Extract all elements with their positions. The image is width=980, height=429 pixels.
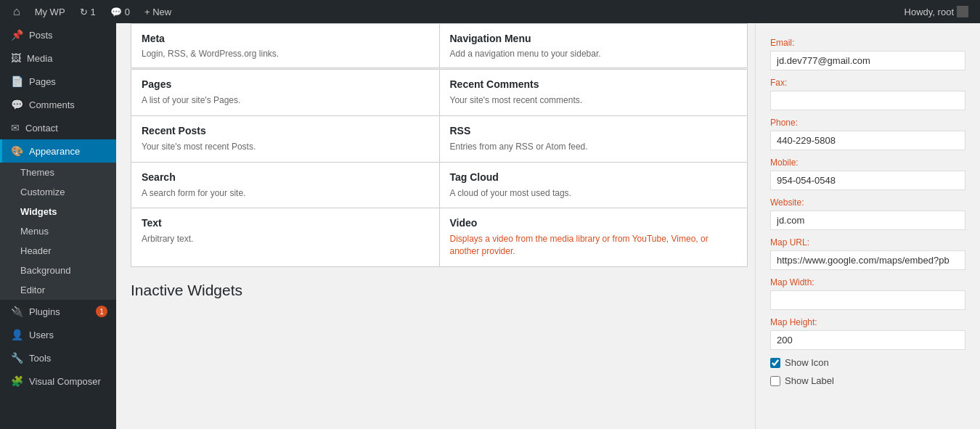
users-icon: 👤 [11, 329, 23, 340]
website-label: Website: [770, 197, 965, 208]
sidebar-item-themes[interactable]: Themes [0, 163, 116, 182]
top-widget-row: Meta Login, RSS, & WordPress.org links. … [131, 23, 748, 68]
sidebar-item-posts[interactable]: 📌 Posts [0, 23, 116, 46]
sidebar-users-label: Users [29, 330, 54, 340]
nav-menu-desc: Add a navigation menu to your sidebar. [450, 49, 738, 59]
sidebar-plugins-label: Plugins [29, 306, 60, 317]
map-url-label: Map URL: [770, 237, 965, 248]
sidebar-item-tools[interactable]: 🔧 Tools [0, 346, 116, 369]
map-height-field-group: Map Height: [770, 317, 965, 350]
comments-item[interactable]: 💬 0 [103, 0, 137, 23]
tag-cloud-desc: A cloud of your most used tags. [450, 187, 738, 200]
pages-icon: 📄 [11, 75, 23, 87]
fax-field-group: Fax: [770, 78, 965, 110]
map-url-field-group: Map URL: [770, 237, 965, 270]
widget-card-rss[interactable]: RSS Entries from any RSS or Atom feed. [440, 116, 748, 162]
sidebar-item-editor[interactable]: Editor [0, 280, 116, 300]
sidebar-pages-label: Pages [29, 76, 56, 87]
mobile-label: Mobile: [770, 158, 965, 168]
show-icon-checkbox[interactable] [770, 358, 780, 368]
widget-card-recent-posts[interactable]: Recent Posts Your site's most recent Pos… [131, 116, 439, 162]
fax-input[interactable] [770, 91, 965, 110]
map-width-input[interactable] [770, 290, 965, 310]
mobile-field-group: Mobile: [770, 158, 965, 190]
updates-item[interactable]: ↻ 1 [73, 0, 103, 23]
sidebar-item-customize[interactable]: Customize [0, 182, 116, 202]
map-url-input[interactable] [770, 250, 965, 270]
avatar [957, 6, 968, 17]
sidebar-item-widgets[interactable]: Widgets [0, 202, 116, 221]
text-desc: Arbitrary text. [142, 233, 429, 245]
pages-widget-desc: A list of your site's Pages. [142, 94, 429, 107]
show-icon-label: Show Icon [785, 357, 829, 368]
sidebar-item-background[interactable]: Background [0, 261, 116, 280]
plugins-badge: 1 [96, 306, 107, 317]
website-field-group: Website: [770, 197, 965, 230]
show-label-row: Show Label [770, 375, 965, 386]
contact-icon: ✉ [11, 122, 20, 134]
meta-desc: Login, RSS, & WordPress.org links. [142, 49, 429, 59]
phone-input[interactable] [770, 131, 965, 150]
sidebar-item-plugins[interactable]: 🔌 Plugins 1 [0, 300, 116, 323]
widget-card-search[interactable]: Search A search form for your site. [131, 163, 439, 208]
mobile-input[interactable] [770, 171, 965, 190]
plugins-icon: 🔌 [11, 306, 23, 317]
email-label: Email: [770, 38, 965, 48]
search-desc: A search form for your site. [142, 187, 429, 200]
sidebar-vc-label: Visual Composer [29, 376, 101, 387]
new-item[interactable]: + New [137, 0, 179, 23]
sidebar-item-contact[interactable]: ✉ Contact [0, 116, 116, 139]
comments-icon: 💬 [110, 7, 122, 17]
website-input[interactable] [770, 211, 965, 230]
show-label-checkbox[interactable] [770, 376, 780, 386]
video-desc: Displays a video from the media library … [450, 233, 738, 258]
updates-count: 1 [91, 7, 96, 17]
tools-icon: 🔧 [11, 352, 23, 364]
sidebar-item-comments[interactable]: 💬 Comments [0, 93, 116, 116]
appearance-icon: 🎨 [11, 145, 23, 157]
comments-sidebar-icon: 💬 [11, 99, 23, 110]
sidebar-tools-label: Tools [29, 353, 51, 364]
widget-panel: Meta Login, RSS, & WordPress.org links. … [116, 23, 755, 429]
widget-card-tag-cloud[interactable]: Tag Cloud A cloud of your most used tags… [440, 163, 748, 208]
sidebar-item-menus[interactable]: Menus [0, 221, 116, 241]
sidebar-comments-label: Comments [29, 99, 75, 110]
appearance-submenu: Themes Customize Widgets Menus Header Ba… [0, 163, 116, 300]
sidebar-posts-label: Posts [29, 30, 53, 41]
map-height-input[interactable] [770, 330, 965, 350]
widget-card-nav-menu[interactable]: Navigation Menu Add a navigation menu to… [440, 24, 748, 68]
rss-desc: Entries from any RSS or Atom feed. [450, 141, 738, 153]
sidebar-item-visual-composer[interactable]: 🧩 Visual Composer [0, 369, 116, 393]
map-height-label: Map Height: [770, 317, 965, 327]
sidebar-item-pages[interactable]: 📄 Pages [0, 70, 116, 93]
widget-card-meta[interactable]: Meta Login, RSS, & WordPress.org links. [131, 24, 439, 68]
widget-card-pages[interactable]: Pages A list of your site's Pages. [131, 70, 439, 115]
comments-count: 0 [125, 7, 130, 17]
widget-card-text[interactable]: Text Arbitrary text. [131, 208, 439, 266]
media-icon: 🖼 [11, 52, 21, 64]
sidebar: 📌 Posts 🖼 Media 📄 Pages 💬 Comments ✉ Con… [0, 23, 116, 429]
email-field-group: Email: [770, 38, 965, 70]
tag-cloud-title: Tag Cloud [450, 171, 738, 183]
sidebar-item-appearance[interactable]: 🎨 Appearance [0, 139, 116, 163]
site-name-item[interactable]: My WP [28, 0, 73, 23]
nav-menu-title: Navigation Menu [450, 33, 738, 44]
recent-posts-title: Recent Posts [142, 125, 429, 136]
sidebar-item-header[interactable]: Header [0, 241, 116, 261]
show-icon-row: Show Icon [770, 357, 965, 368]
video-title: Video [450, 217, 738, 229]
visual-composer-icon: 🧩 [11, 375, 23, 387]
text-title: Text [142, 217, 429, 229]
email-input[interactable] [770, 51, 965, 70]
widget-card-recent-comments[interactable]: Recent Comments Your site's most recent … [440, 70, 748, 115]
recent-comments-desc: Your site's most recent comments. [450, 94, 738, 107]
sidebar-contact-label: Contact [25, 123, 58, 134]
sidebar-item-media[interactable]: 🖼 Media [0, 46, 116, 70]
sidebar-appearance-label: Appearance [29, 146, 80, 157]
form-panel: Email: Fax: Phone: Mobile: Website: Map [755, 23, 980, 429]
phone-label: Phone: [770, 118, 965, 128]
show-label-label: Show Label [785, 375, 834, 386]
wp-logo-item[interactable]: ⌂ [6, 0, 28, 23]
sidebar-item-users[interactable]: 👤 Users [0, 323, 116, 346]
widget-card-video[interactable]: Video Displays a video from the media li… [440, 208, 748, 266]
